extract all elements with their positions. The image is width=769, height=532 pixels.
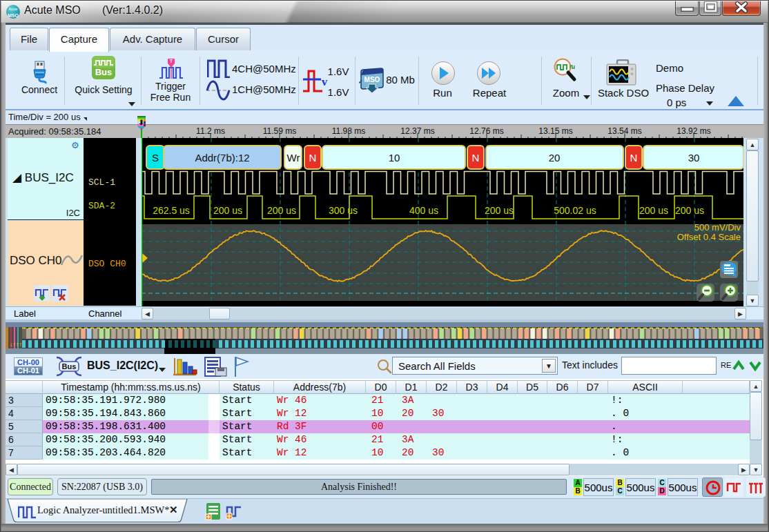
svg-text:300 us: 300 us xyxy=(329,205,358,216)
svg-text:N: N xyxy=(630,152,638,164)
svg-text:500.02 us: 500.02 us xyxy=(554,205,596,216)
svg-text:T: T xyxy=(170,59,173,63)
svg-text:200 us: 200 us xyxy=(267,205,296,216)
svg-text:200 us: 200 us xyxy=(675,205,704,216)
svg-text:10: 10 xyxy=(389,152,400,164)
svg-text:20: 20 xyxy=(549,152,561,164)
svg-text:200 us: 200 us xyxy=(639,205,668,216)
svg-text:Wr: Wr xyxy=(287,152,300,164)
svg-text:Bus: Bus xyxy=(95,67,113,77)
svg-text:200 us: 200 us xyxy=(485,205,514,216)
svg-text:N: N xyxy=(472,152,480,164)
svg-text:Offset 0.4 Scale: Offset 0.4 Scale xyxy=(677,232,741,242)
svg-text:200 us: 200 us xyxy=(213,205,242,216)
svg-text:30: 30 xyxy=(688,152,700,164)
svg-text:S: S xyxy=(152,152,159,164)
svg-text:N: N xyxy=(309,152,317,164)
svg-text:400 us: 400 us xyxy=(409,205,438,216)
svg-text:262.5 us: 262.5 us xyxy=(153,205,190,216)
svg-text:Bus: Bus xyxy=(62,362,77,371)
svg-text:Addr(7b):12: Addr(7b):12 xyxy=(195,152,249,164)
svg-text:↓↑↑↑: ↓↑↑↑ xyxy=(10,341,22,348)
svg-text:500 mV/Div: 500 mV/Div xyxy=(694,222,741,233)
svg-text:MSO: MSO xyxy=(364,76,380,83)
